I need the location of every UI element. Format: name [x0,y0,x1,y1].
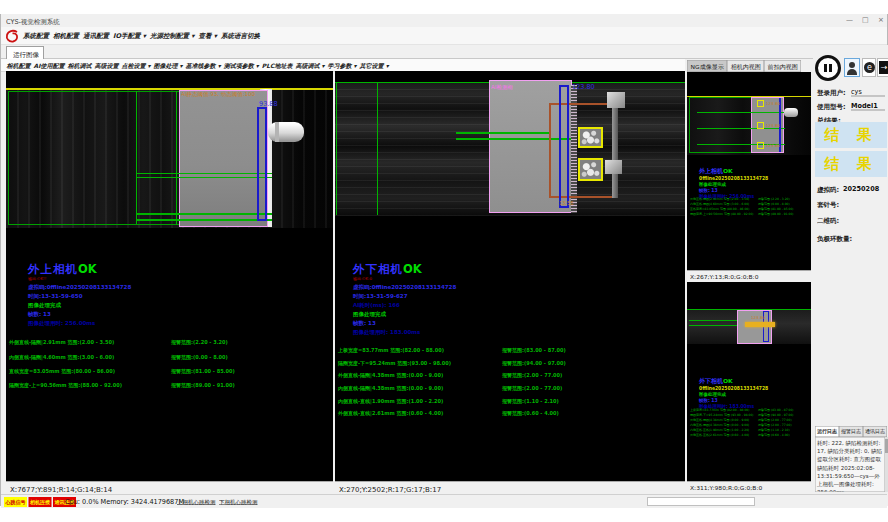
preview-view-upper[interactable]: 123.80 123.80 123.80 外上相机OK 0ffline20250… [687,72,811,281]
overlay-green-hline [689,325,737,326]
minimize-button[interactable]: — [846,15,853,23]
result-frames: 帧数: 13 [699,399,768,404]
tab-row: 运行图像 [1,45,887,59]
progress-box [647,497,755,506]
settings-button[interactable]: e [862,58,876,77]
log-tab[interactable]: 运行日志 [815,426,839,437]
measurement-row: 外侧直线-直线|2.61mm 范围:(0.60 - 4.00)报警范围:(0.6… [338,410,683,423]
exit-button[interactable]: → [877,58,888,77]
toolbar-item[interactable]: 高级设置 [94,62,118,71]
user-button[interactable] [844,58,860,77]
heartbeat-link-upper[interactable]: 上相机心跳检测 [177,498,216,506]
overlay-yellow-line [6,88,333,90]
pause-icon [824,64,827,72]
log-tab[interactable]: 报警日志 [839,426,863,437]
pixel-status-middle: X:270;Y:2502;R:17;G:17;B:17 [335,481,685,494]
exit-icon: → [879,61,888,74]
measure-value-label: 93.88 [259,100,278,108]
toolbar-item[interactable]: 测试项参数 ▾ [224,62,259,71]
maximize-button[interactable]: □ [862,15,869,23]
result-status: OK [723,377,733,384]
defect-square [757,122,764,129]
measurement-row: 外侧直线-直线|2.61mm 范围:(0.60 - 4.00)报警范围:(0.6… [690,433,810,438]
measurement-row: 外侧直线-隔圈|4.38mm 范围:(0.00 - 9.00)报警范围:(2.0… [338,372,683,385]
overlay-green-vline [136,91,137,224]
defect-highlight [745,322,775,327]
user-icon [849,62,855,68]
toolbar-item[interactable]: 学习参数 ▾ [328,62,357,71]
overlay-green-hline [136,177,272,178]
preview-tab[interactable]: 前拍内视图 [764,60,801,72]
metal-highlight [607,92,625,108]
ai-threshold-label: AI静态阈值:93, 动态阈值:100 [181,90,255,98]
defect-square [757,142,764,149]
result-elapsed: 图像处理用时: 183.00ms [353,330,456,336]
ai-box-label: AI检测框 [491,83,513,91]
measurement-row: 隔圈宽度-上=90.56mm 范围:(88.00 - 92.00)报警范围:(8… [690,212,810,217]
camera-view-outer-upper[interactable]: AI静态阈值:93, 动态阈值:100 93.88 外上相机OK 输出:OK!!… [6,71,333,494]
measure-value-label: 123.80 [572,83,595,91]
menu-bar: 系统配置相机配置通讯配置IO手配置 ▾光源控制配置 ▾查看 ▾系统语言切换 [1,27,887,45]
menu-item[interactable]: IO手配置 ▾ [113,32,146,41]
log-tab[interactable]: 通讯日志 [863,426,887,437]
needle-label: 套针号: [817,200,839,209]
result-status: OK [723,167,733,174]
pixel-status-left: X:7677;Y:891;R:14;G:14;B:14 [6,481,333,494]
user-label: 登录用户: [817,88,846,97]
camera-view-outer-lower[interactable]: AI检测框 123.80 13.58 外下相机OK 输出:OK:0 虚拟码:0f… [335,71,685,494]
menu-item[interactable]: 系统语言切换 [221,32,260,41]
menu-item[interactable]: 系统配置 [23,32,49,41]
result-done: 图像处理完成 [699,183,768,188]
app-logo-icon [5,29,20,44]
toolbar-item[interactable]: 基准线参数 ▾ [186,62,221,71]
measure-value-label-orange: 13.58 [559,200,573,206]
mini-label: 123.80 [766,101,780,106]
menu-item[interactable]: 光源控制配置 ▾ [150,32,195,41]
measurement-row: 外侧直线-隔圈|2.91mm 范围:(2.00 - 3.50)报警范围:(2.2… [9,339,337,353]
overlay-green-hline [136,173,272,174]
pixel-status-text: X:270;Y:2502;R:17;G:17;B:17 [339,485,441,493]
measurement-list-middle: 上极宽度=83.77mm 范围:(82.00 - 88.00)报警范围:(83.… [338,347,683,423]
pixel-status: X:311;Y:980;R:0;G:0;B:0 [687,481,811,492]
overlay-green-hline [136,213,272,215]
menu-item[interactable]: 相机配置 [53,32,79,41]
preview-tab[interactable]: NG成像显示 [687,60,727,72]
status-bar: 心跳信号相机连接通讯连接 Cpu: 0.0% Memory: 3424.4179… [1,494,887,508]
result-barcode: 虚拟码:0ffline20250208133134728 [28,285,131,291]
overlay-green-vline [176,91,177,225]
toolbar-item[interactable]: 图像处理 ▾ [153,62,182,71]
toolbar-item[interactable]: 其它设置 ▾ [360,62,389,71]
toolbar-item[interactable]: 高级调试 ▾ [295,62,324,71]
detect-region-box [179,90,268,227]
mini-measurements: 外侧直线-隔圈|2.91mm 范围:(2.00 - 3.50)报警范围:(2.2… [690,197,810,217]
result-time: 时间:13-31-59-627 [353,294,456,300]
app-window: CYS-视觉检测系统 — □ × 系统配置相机配置通讯配置IO手配置 ▾光源控制… [0,14,888,506]
preview-tab[interactable]: 相机内视图 [727,60,764,72]
log-area[interactable]: 耗时: 222, 缺陷检测耗时: 17, 缺陷分类耗时: 0, 缺陷提取分区耗时… [815,437,885,492]
menu-item[interactable]: 查看 ▾ [199,32,218,41]
tab-run-image[interactable]: 运行图像 [6,46,44,59]
status-badge: 心跳信号 [4,497,27,507]
toolbar-item[interactable]: PLC地址表 [262,62,293,71]
heartbeat-link-lower[interactable]: 下相机心跳检测 [219,498,258,506]
mini-result-block: 外上相机OK 0ffline20250208133134728 图像处理完成 帧… [699,165,768,199]
camera-image-middle: AI检测框 123.80 13.58 [335,82,685,216]
pause-button[interactable] [815,55,841,81]
result-block: 结 果 [815,151,887,177]
toolbar-item[interactable]: 相机配置 [7,62,31,71]
measurement-list-left: 外侧直线-隔圈|2.91mm 范围:(2.00 - 3.50)报警范围:(2.2… [9,339,337,396]
result-block: 结 果 [815,122,887,148]
toolbar-item[interactable]: 点检设置 ▾ [121,62,150,71]
measure-blue-box [257,107,267,221]
toolbar-item[interactable]: 相机调试 [67,62,91,71]
preview-view-lower[interactable]: 123.80 外下相机OK 0ffline20250208133134728 图… [687,282,811,492]
log-tabs: 运行日志报警日志通讯日志 [815,426,888,437]
toolbar-item[interactable]: AI使用配置 [34,62,65,71]
qr-label: 二维码: [817,216,839,225]
code-label: 虚拟码: [817,185,839,194]
overlay-green-vline [377,82,378,215]
menu-item[interactable]: 通讯配置 [83,32,109,41]
close-button[interactable]: × [878,15,884,23]
result-done: 图像处理完成 [699,393,768,398]
ring-count-label: 负极环数量: [817,234,852,243]
